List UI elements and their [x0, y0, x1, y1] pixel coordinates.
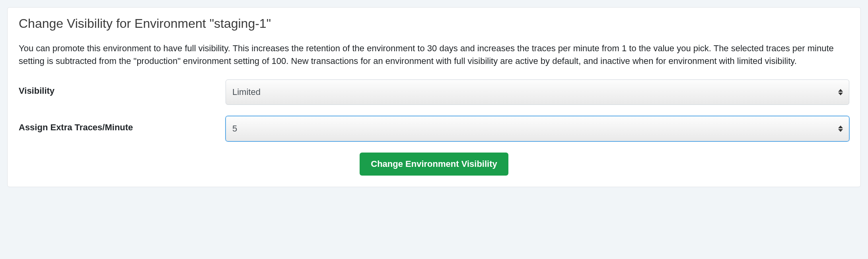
- visibility-row: Visibility Limited: [19, 79, 849, 105]
- traces-select-value: 5: [232, 124, 237, 134]
- traces-label: Assign Extra Traces/Minute: [19, 116, 226, 133]
- visibility-select[interactable]: Limited: [226, 79, 849, 105]
- visibility-select-value: Limited: [232, 87, 261, 97]
- visibility-label: Visibility: [19, 79, 226, 96]
- traces-row: Assign Extra Traces/Minute 5: [19, 116, 849, 141]
- change-visibility-button[interactable]: Change Environment Visibility: [360, 153, 508, 176]
- traces-select[interactable]: 5: [226, 116, 849, 141]
- card-description: You can promote this environment to have…: [19, 42, 849, 68]
- visibility-select-wrap: Limited: [226, 79, 849, 105]
- visibility-card: Change Visibility for Environment "stagi…: [7, 7, 861, 187]
- traces-select-wrap: 5: [226, 116, 849, 141]
- card-title: Change Visibility for Environment "stagi…: [19, 16, 849, 31]
- submit-row: Change Environment Visibility: [19, 153, 849, 176]
